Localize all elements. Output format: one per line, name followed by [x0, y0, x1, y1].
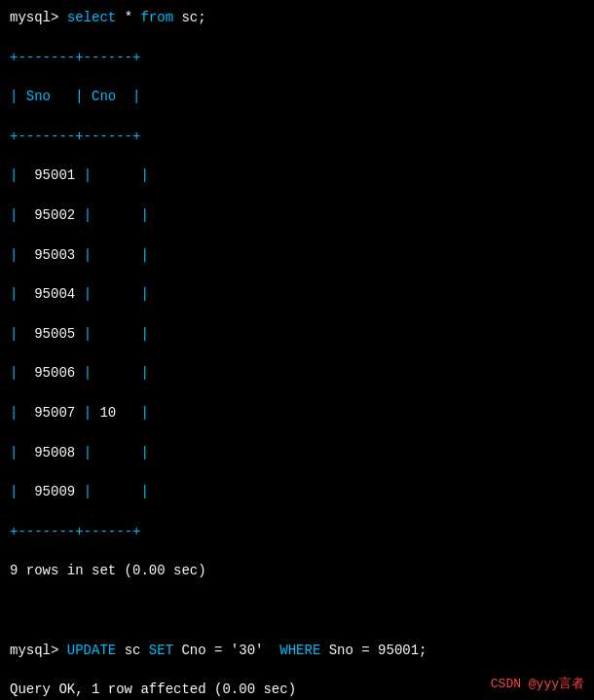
table-bottom-1: +-------+------+ — [10, 522, 584, 541]
row-sno: 95006 — [34, 365, 75, 381]
row-border: | — [10, 207, 18, 223]
row-sno: 95004 — [34, 286, 75, 302]
row-border: | — [10, 445, 18, 461]
table-border: | — [10, 89, 18, 104]
cmd-keyword-set: SET — [149, 643, 173, 658]
col-border: | — [75, 89, 83, 104]
row-border: | — [140, 405, 148, 421]
col-cno-1: Cno — [92, 89, 116, 104]
prompt-1: mysql> — [10, 10, 67, 25]
row-1-6: | 95006 | | — [10, 363, 584, 383]
cmd-table-1: sc; — [173, 10, 206, 25]
row-border: | — [84, 326, 92, 342]
blank-1 — [10, 601, 584, 620]
table-top-1: +-------+------+ — [10, 48, 584, 67]
row-sno: 95002 — [34, 207, 75, 223]
row-sno: 95003 — [34, 247, 75, 263]
row-sno: 95007 — [34, 405, 75, 421]
cmd-keyword-update: UPDATE — [67, 643, 116, 658]
cmd-where-rest: Sno = 95001; — [320, 643, 427, 658]
row-sno: 95005 — [34, 326, 75, 342]
row-border: | — [84, 167, 92, 183]
prompt-2: mysql> — [10, 643, 67, 658]
row-border: | — [84, 365, 92, 381]
row-1-9: | 95009 | | — [10, 482, 584, 501]
command-line-1: mysql> select * from sc; — [10, 8, 584, 27]
row-border: | — [140, 207, 148, 223]
row-1-4: | 95004 | | — [10, 284, 584, 304]
terminal: mysql> select * from sc; +-------+------… — [0, 0, 594, 700]
row-1-3: | 95003 | | — [10, 245, 584, 265]
row-border: | — [140, 445, 148, 461]
row-border: | — [140, 326, 148, 342]
row-1-1: | 95001 | | — [10, 166, 584, 185]
row-border: | — [84, 484, 92, 499]
row-1-5: | 95005 | | — [10, 324, 584, 344]
row-border: | — [84, 247, 92, 263]
row-border: | — [10, 167, 18, 183]
row-border: | — [140, 484, 148, 499]
row-border: | — [140, 247, 148, 263]
terminal-content: mysql> select * from sc; +-------+------… — [10, 8, 584, 700]
cmd-keyword-where: WHERE — [279, 643, 320, 658]
row-1-8: | 95008 | | — [10, 443, 584, 462]
col-border-2: | — [132, 89, 140, 104]
table-divider-1: +-------+------+ — [10, 127, 584, 146]
row-border: | — [140, 365, 148, 381]
cmd-keyword-select-1: select — [67, 10, 116, 25]
watermark: CSDN @yyy言者 — [491, 675, 584, 692]
row-border: | — [84, 405, 92, 421]
row-sno: 95001 — [34, 167, 75, 183]
command-line-2: mysql> UPDATE sc SET Cno = '30' WHERE Sn… — [10, 641, 584, 660]
cmd-update-rest: sc — [116, 643, 149, 658]
row-border: | — [140, 286, 148, 302]
cmd-keyword-from-1: from — [140, 10, 173, 25]
table-header-1: | Sno | Cno | — [10, 87, 584, 106]
col-sno-1: Sno — [26, 89, 67, 104]
row-1-2: | 95002 | | — [10, 205, 584, 225]
row-border: | — [10, 484, 18, 499]
row-1-7: | 95007 | 10 | — [10, 403, 584, 423]
row-sno: 95008 — [34, 445, 75, 461]
row-border: | — [140, 167, 148, 183]
row-sno: 95009 — [34, 484, 75, 499]
row-border: | — [10, 286, 18, 302]
row-border: | — [84, 207, 92, 223]
row-cno: 10 — [99, 405, 116, 421]
row-border: | — [84, 286, 92, 302]
row-border: | — [10, 247, 18, 263]
row-border: | — [84, 445, 92, 461]
row-border: | — [10, 365, 18, 381]
cmd-set-rest: Cno = '30' — [173, 643, 279, 658]
result-1: 9 rows in set (0.00 sec) — [10, 561, 584, 580]
row-border: | — [10, 326, 18, 342]
row-border: | — [10, 405, 18, 421]
cmd-rest-1: * — [116, 10, 140, 25]
